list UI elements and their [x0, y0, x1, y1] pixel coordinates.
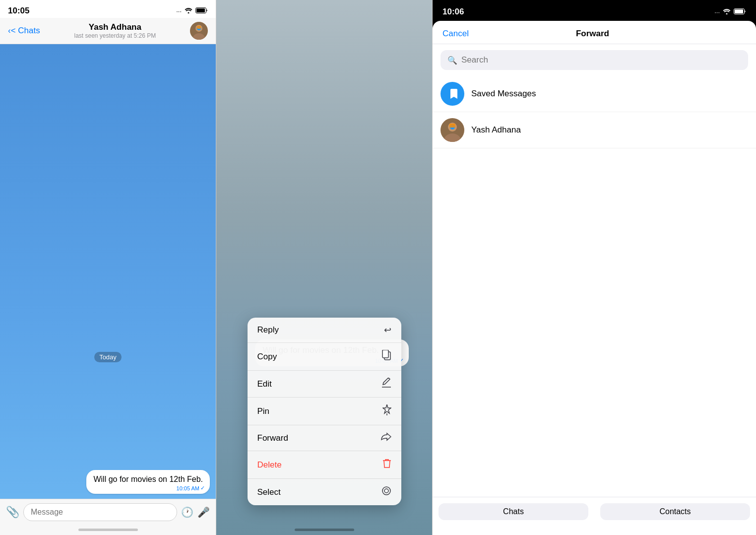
forward-header: Cancel Forward [433, 21, 756, 44]
delete-label: Delete [257, 460, 282, 470]
attach-icon[interactable]: 📎 [6, 506, 19, 519]
saved-messages-avatar [441, 82, 464, 106]
chat-back-button[interactable]: ‹ < Chats [8, 26, 40, 36]
avatar[interactable] [190, 22, 208, 40]
message-meta: 10:05 AM ✓ [177, 485, 205, 491]
select-label: Select [257, 487, 281, 497]
forward-wifi-icon [723, 8, 731, 16]
forward-home-indicator [565, 529, 624, 531]
context-menu-delete[interactable]: Delete [248, 451, 401, 479]
copy-icon [381, 350, 391, 363]
date-label: Today [94, 352, 122, 362]
pin-icon [382, 404, 391, 418]
svg-point-11 [382, 487, 390, 495]
wifi-icon [185, 7, 192, 15]
forward-tab-contacts[interactable]: Contacts [600, 503, 750, 520]
reply-label: Reply [257, 325, 279, 335]
signal-icon: ··· [176, 7, 182, 15]
forward-status-icons: ··· [714, 8, 746, 16]
select-icon [381, 486, 391, 498]
svg-rect-2 [196, 8, 205, 12]
context-panel: Will go for movies on 12th Feb. 10:05 AM… [216, 0, 433, 535]
svg-point-13 [726, 13, 728, 14]
forward-saved-messages-item[interactable]: Saved Messages [433, 76, 756, 112]
chat-header-center: Yash Adhana last seen yesterday at 5:26 … [40, 22, 190, 39]
edit-icon [381, 378, 391, 390]
forward-status-bar: 10:06 ··· [433, 0, 756, 19]
contact-name: Yash Adhana [40, 22, 190, 32]
context-menu-reply[interactable]: Reply ↩ [248, 318, 401, 343]
forward-icon [380, 432, 391, 444]
context-menu-pin[interactable]: Pin [248, 398, 401, 425]
forward-search-bar[interactable]: 🔍 [441, 50, 748, 70]
saved-messages-name: Saved Messages [471, 89, 536, 99]
chat-panel: 10:05 ··· ‹ < Chats [0, 0, 216, 535]
chat-body: Today Will go for movies on 12th Feb. 10… [0, 44, 216, 499]
forward-panel: 10:06 ··· Cancel Forwa [433, 0, 756, 535]
forward-label: Forward [257, 433, 288, 443]
emoji-icon[interactable]: 🕐 [181, 506, 193, 518]
pin-label: Pin [257, 406, 270, 416]
svg-rect-8 [382, 350, 388, 358]
context-menu-edit[interactable]: Edit [248, 371, 401, 398]
home-indicator [78, 529, 138, 531]
forward-search-input[interactable] [461, 55, 741, 65]
forward-cancel-button[interactable]: Cancel [442, 29, 469, 39]
contact-status: last seen yesterday at 5:26 PM [40, 32, 190, 39]
forward-contact-item-yash[interactable]: Yash Adhana [433, 112, 756, 148]
date-badge: Today [0, 352, 216, 362]
chat-time: 10:05 [8, 6, 29, 16]
message-time: 10:05 AM [177, 485, 199, 491]
context-menu: Reply ↩ Copy Edit Pin [248, 318, 401, 505]
svg-point-12 [384, 489, 388, 493]
back-label[interactable]: < Chats [11, 26, 40, 36]
svg-rect-6 [197, 26, 201, 29]
forward-contact-list: Saved Messages Yash Adhana [433, 76, 756, 497]
svg-rect-15 [735, 9, 743, 13]
svg-point-0 [188, 12, 189, 13]
chat-status-icons: ··· [176, 7, 208, 15]
edit-label: Edit [257, 379, 272, 389]
yash-contact-name: Yash Adhana [471, 125, 521, 135]
context-home-indicator [295, 529, 354, 531]
chat-header: ‹ < Chats Yash Adhana last seen yesterda… [0, 18, 216, 44]
context-menu-select[interactable]: Select [248, 479, 401, 505]
checkmark-icon: ✓ [200, 485, 205, 491]
context-menu-copy[interactable]: Copy [248, 343, 401, 371]
message-input[interactable] [23, 503, 177, 521]
chat-status-bar: 10:05 ··· [0, 0, 216, 18]
forward-title: Forward [576, 29, 609, 39]
search-icon: 🔍 [447, 56, 457, 65]
mic-icon[interactable]: 🎤 [197, 506, 210, 518]
battery-icon [195, 7, 208, 15]
message-bubble[interactable]: Will go for movies on 12th Feb. 10:05 AM… [86, 470, 210, 494]
forward-time: 10:06 [442, 7, 464, 17]
svg-rect-19 [449, 124, 455, 128]
message-text: Will go for movies on 12th Feb. [93, 475, 203, 483]
forward-sheet: Cancel Forward 🔍 Saved Messages [433, 21, 756, 535]
reply-icon: ↩ [384, 325, 391, 335]
forward-tab-chats[interactable]: Chats [439, 503, 588, 520]
delete-icon [382, 458, 391, 471]
context-menu-forward[interactable]: Forward [248, 425, 401, 451]
copy-label: Copy [257, 352, 277, 362]
forward-battery-icon [734, 8, 746, 16]
forward-signal-icon: ··· [714, 8, 720, 16]
yash-avatar [441, 118, 464, 142]
